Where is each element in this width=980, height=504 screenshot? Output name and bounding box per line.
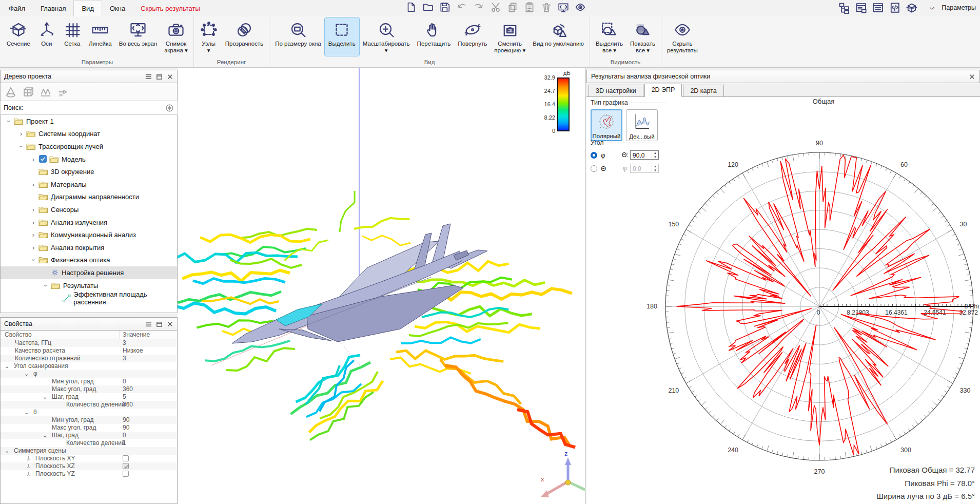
property-checkbox[interactable] — [123, 455, 129, 461]
file-new-icon[interactable] — [405, 2, 417, 13]
3d-scene[interactable]: xyz — [178, 68, 585, 504]
tree-item-Анализ излучения[interactable]: ›Анализ излучения — [1, 216, 177, 229]
menu-tab-Окна[interactable]: Окна — [102, 0, 133, 16]
property-expander[interactable]: ⌄ — [43, 432, 47, 439]
hatch-icon[interactable] — [40, 86, 52, 98]
close-icon[interactable] — [969, 73, 975, 80]
tree-expander[interactable]: › — [29, 206, 38, 214]
property-expander[interactable]: ⌄ — [24, 370, 29, 378]
tree-item-Настройка решения[interactable]: Настройка решения — [1, 266, 177, 279]
ribbon-button-eye[interactable]: Скрыть результаты — [663, 17, 701, 56]
results-tab-2D ЭПР[interactable]: 2D ЭПР — [644, 84, 682, 97]
tree-expander[interactable]: › — [17, 142, 25, 150]
ribbon-button-section[interactable]: Сечение — [3, 17, 34, 56]
chevron-up-icon[interactable]: ᨆ — [930, 4, 935, 11]
tree-item-Трассировщик лучей[interactable]: ›Трассировщик лучей — [1, 140, 177, 153]
property-row-Угол сканирования[interactable]: ⌄Угол сканирования — [1, 362, 177, 370]
tree-item-Анализ покрытия[interactable]: ›Анализ покрытия — [1, 241, 177, 254]
menu-hide-results[interactable]: Скрыть результаты — [133, 0, 208, 16]
cubegrid-icon[interactable] — [22, 86, 34, 98]
property-row-Мин угол, град[interactable]: Мин угол, град0 — [1, 378, 177, 385]
property-row-Количество делений[interactable]: Количество делений360 — [1, 401, 177, 409]
save-icon[interactable] — [439, 2, 450, 13]
property-row-Шаг, град[interactable]: ⌄Шаг, град0 — [1, 432, 177, 439]
ribbon-button-fullscreen[interactable]: Во весь экран — [115, 17, 161, 56]
menu-tab-Вид[interactable]: Вид — [73, 0, 102, 16]
angle-radio-Θ[interactable] — [591, 165, 597, 172]
tree-item-Материалы[interactable]: ›Материалы — [1, 178, 177, 191]
tree-expander[interactable]: › — [30, 256, 37, 264]
menu-icon[interactable] — [145, 321, 152, 327]
property-row-Количество отражений[interactable]: Количество отражений3 — [1, 355, 177, 362]
property-row-θ[interactable]: ⌄θ — [1, 409, 177, 416]
window-script-icon[interactable] — [889, 2, 901, 14]
cut-icon[interactable] — [490, 2, 501, 13]
tree-expander[interactable]: › — [29, 180, 38, 188]
property-row-Макс угол, град[interactable]: Макс угол, град90 — [1, 424, 177, 432]
tree-item-Диаграммы направленности[interactable]: Диаграммы направленности — [1, 191, 177, 204]
close-icon[interactable] — [167, 73, 173, 80]
tree-expander[interactable]: › — [17, 130, 26, 138]
ribbon-button-select-all[interactable]: Выделить все ▾ — [592, 17, 626, 56]
tree-item-Сенсоры[interactable]: ›Сенсоры — [1, 203, 177, 216]
property-row-Макс угол, град[interactable]: Макс угол, град360 — [1, 385, 177, 393]
menu-icon[interactable] — [145, 73, 152, 80]
ribbon-button-camera[interactable]: Снимок экрана ▾ — [161, 17, 191, 56]
property-expander[interactable]: ⌄ — [43, 393, 47, 401]
property-row-Количество делений[interactable]: Количество делений1 — [1, 439, 177, 447]
property-row-Плоскость XZ[interactable]: Плоскость XZ — [1, 462, 177, 470]
angle-radio-φ[interactable] — [591, 152, 597, 159]
property-expander[interactable]: ⌄ — [5, 362, 9, 370]
property-checkbox[interactable] — [123, 463, 129, 469]
angle-spinner[interactable]: 0,0▲▼ — [630, 164, 659, 173]
property-row-Плоскость YZ[interactable]: Плоскость YZ — [1, 470, 177, 478]
ribbon-button-default-view[interactable]: Вид по умолчанию — [529, 17, 587, 56]
tree-item-Коммуникационный анализ[interactable]: ›Коммуникационный анализ — [1, 228, 177, 241]
ribbon-button-axes[interactable]: Оси — [34, 17, 60, 56]
visibility-icon[interactable] — [575, 2, 586, 13]
property-row-Мин угол, град[interactable]: Мин угол, град90 — [1, 416, 177, 424]
property-row-Качество расчета[interactable]: Качество расчетаНизкое — [1, 347, 177, 355]
ribbon-button-nodes[interactable]: Узлы ▾ — [196, 17, 222, 56]
folder-open-icon[interactable] — [422, 2, 434, 13]
copy-icon[interactable] — [507, 2, 518, 13]
float-panel-icon[interactable] — [156, 73, 163, 80]
ribbon-button-grid[interactable]: Сетка — [60, 17, 85, 56]
property-expander[interactable]: ⌄ — [24, 409, 29, 416]
ribbon-button-ruler[interactable]: Линейка — [85, 17, 115, 56]
results-tab-3D настройки[interactable]: 3D настройки — [589, 85, 643, 96]
search-options-icon[interactable] — [165, 104, 174, 112]
ribbon-button-show-all[interactable]: Показать все ▾ — [626, 17, 659, 56]
ribbon-button-rotate[interactable]: Повернуть — [454, 17, 491, 56]
float-panel-icon[interactable] — [156, 321, 163, 327]
tree-expander[interactable]: › — [29, 218, 38, 226]
angle-spinner[interactable]: 90,0▲▼ — [630, 150, 659, 160]
property-row-Шаг, град[interactable]: ⌄Шаг, град5 — [1, 393, 177, 401]
window-list-icon[interactable] — [855, 2, 867, 14]
delete-icon[interactable] — [541, 2, 552, 13]
ribbon-button-pan[interactable]: Перетащить — [414, 17, 455, 56]
results-tab-2D карта[interactable]: 2D карта — [683, 85, 723, 96]
tree-expander[interactable]: › — [5, 117, 13, 125]
property-row-Частота, ГГц[interactable]: Частота, ГГц3 — [1, 339, 177, 347]
raytrace-icon[interactable] — [57, 86, 69, 98]
tree-item-3D окружение[interactable]: 3D окружение — [1, 165, 177, 178]
ribbon-button-zoom[interactable]: Масштабировать ▾ — [359, 17, 414, 56]
property-expander[interactable]: ⌄ — [5, 447, 9, 455]
property-checkbox[interactable] — [123, 471, 129, 477]
ribbon-button-projection[interactable]: Сменить проекцию ▾ — [491, 17, 529, 56]
cone-icon[interactable] — [5, 86, 17, 98]
tree-expander[interactable]: › — [29, 231, 38, 239]
menu-tab-Главная[interactable]: Главная — [33, 0, 73, 16]
paste-icon[interactable] — [524, 2, 535, 13]
window-props-icon[interactable] — [872, 2, 884, 14]
ribbon-button-transparency[interactable]: Прозрачность — [222, 17, 267, 56]
chart-type-polar-plot-icon[interactable]: Полярный — [591, 109, 622, 141]
search-input[interactable] — [26, 103, 162, 113]
tree-item-Модель[interactable]: ›Модель — [1, 153, 177, 166]
ribbon-button-select[interactable]: Выделить — [325, 17, 359, 56]
property-row-Плоскость XY[interactable]: Плоскость XY — [1, 455, 177, 462]
3d-viewport[interactable]: xyz дБ 32.924.716.48.220 — [178, 68, 585, 504]
undo-icon[interactable] — [456, 2, 467, 13]
tree-item-Физическая оптика[interactable]: ›Физическая оптика — [1, 254, 177, 267]
